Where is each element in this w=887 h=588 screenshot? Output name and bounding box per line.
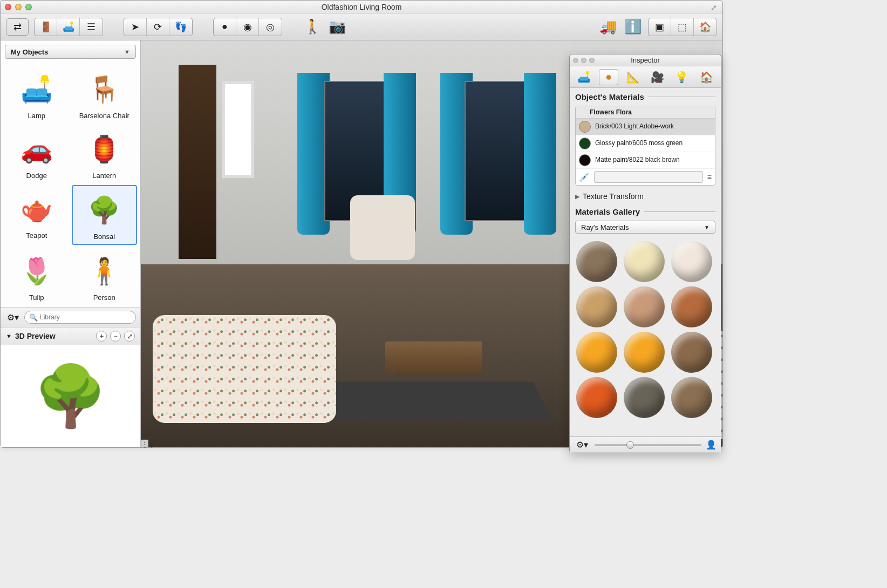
material-sphere[interactable] (671, 286, 712, 327)
material-sphere[interactable] (576, 377, 617, 418)
material-row[interactable]: Matte paint/8022 black brown (576, 152, 715, 169)
material-swatch-icon (579, 121, 591, 133)
object-label: Lantern (92, 172, 116, 180)
view-2d-button[interactable]: ▣ (649, 18, 671, 36)
toggle-sidebar-button[interactable] (6, 18, 29, 36)
material-sphere[interactable] (671, 241, 712, 282)
disclosure-triangle-icon[interactable]: ▼ (6, 333, 12, 339)
library-mode-group: 🚪 🛋️ ☰ (34, 18, 103, 36)
inspector-footer: ⚙︎▾ 👤 (570, 436, 721, 453)
material-row[interactable]: Brick/003 Light Adobe-work (576, 119, 715, 135)
chair-icon: 🪑 (80, 69, 128, 110)
material-sphere[interactable] (576, 241, 617, 282)
gallery-category-dropdown[interactable]: Ray's Materials ▼ (575, 221, 715, 234)
material-row[interactable]: Glossy paint/6005 moss green (576, 135, 715, 152)
import-3d-button[interactable]: 🚚 (598, 17, 618, 37)
search-input[interactable] (40, 313, 131, 321)
object-item-lamp[interactable]: 🛋️ Lamp (4, 65, 70, 123)
view-mode-group: ▣ ⬚ 🏠 (648, 18, 717, 36)
eyedropper-icon[interactable]: 💉 (579, 172, 590, 182)
view-3d-button[interactable]: 🏠 (694, 18, 717, 36)
object-item-dodge[interactable]: 🚗 Dodge (4, 125, 70, 183)
preview-viewport[interactable]: 🌳 (1, 345, 140, 447)
zoom-in-button[interactable]: ＋ (96, 331, 107, 341)
tab-building[interactable]: 🏠 (697, 69, 716, 85)
tab-measure[interactable]: 📐 (623, 69, 643, 85)
thumbnail-size-slider[interactable] (595, 444, 701, 446)
render-med-button[interactable]: ◉ (236, 18, 259, 36)
object-item-bonsai[interactable]: 🌳 Bonsai (72, 185, 138, 245)
inspector-panel: Inspector 🛋️ ● 📐 🎥 💡 🏠 Object's Material… (569, 54, 721, 453)
tab-camera[interactable]: 🎥 (648, 69, 667, 85)
info-button[interactable]: ℹ️ (623, 17, 643, 37)
lamp-icon: 🛋️ (12, 69, 61, 110)
dropdown-label: My Objects (11, 48, 48, 56)
material-swatch-icon (579, 154, 591, 166)
orbit-tool-button[interactable]: ⟳ (147, 18, 169, 36)
material-sphere[interactable] (624, 286, 665, 327)
material-sphere[interactable] (671, 332, 712, 373)
material-label: Matte paint/8022 black brown (595, 156, 680, 164)
coffee-table (385, 341, 482, 374)
inspector-tabs: 🛋️ ● 📐 🎥 💡 🏠 (570, 66, 721, 88)
bookshelf (179, 65, 216, 259)
list-menu-icon[interactable]: ≡ (707, 173, 712, 181)
armchair (350, 195, 415, 260)
texture-transform-label: Texture Transform (583, 192, 644, 201)
select-tools-group: ➤ ⟳ 👣 (124, 18, 193, 36)
library-list-button[interactable]: ☰ (80, 18, 103, 36)
gear-icon[interactable]: ⚙︎▾ (574, 439, 590, 451)
material-sphere[interactable] (576, 286, 617, 327)
material-sphere[interactable] (624, 332, 665, 373)
object-item-lantern[interactable]: 🏮 Lantern (72, 125, 138, 183)
sidebar-resize-handle[interactable]: ⋮⋮ (141, 440, 148, 447)
library-building-button[interactable]: 🚪 (35, 18, 57, 36)
zoom-out-button[interactable]: － (110, 331, 121, 341)
section-materials-gallery: Materials Gallery (575, 207, 715, 216)
object-item-teapot[interactable]: 🫖 Teapot (4, 185, 70, 245)
snapshot-button[interactable]: 📷 (327, 17, 347, 37)
library-search[interactable]: 🔍 (24, 311, 136, 324)
object-item-person[interactable]: 🧍 Person (72, 247, 138, 305)
tab-object[interactable]: 🛋️ (575, 69, 594, 85)
gear-icon[interactable]: ⚙︎▾ (5, 311, 21, 324)
object-label: Dodge (26, 172, 47, 180)
render-high-button[interactable]: ◎ (259, 18, 282, 36)
section-object-materials: Object's Materials (575, 92, 715, 101)
material-sphere[interactable] (671, 377, 712, 418)
materials-list: Flowers Flora Brick/003 Light Adobe-work… (575, 106, 715, 186)
walk-tool-button[interactable]: 👣 (169, 18, 192, 36)
select-tool-button[interactable]: ➤ (124, 18, 147, 36)
object-item-tulip[interactable]: 🌷 Tulip (4, 247, 70, 305)
eyedropper-row: 💉 ≡ (576, 169, 715, 185)
materials-gallery-grid (575, 238, 715, 421)
slider-knob[interactable] (626, 441, 634, 449)
material-sphere[interactable] (624, 377, 665, 418)
chevron-down-icon: ▼ (704, 224, 709, 230)
titlebar: Oldfashion Living Room ⤢ (1, 1, 722, 13)
person-icon: 🧍 (80, 250, 128, 291)
material-sphere[interactable] (624, 241, 665, 282)
toolbar: 🚪 🛋️ ☰ ➤ ⟳ 👣 ● ◉ ◎ 🚶 📷 🚚 ℹ️ ▣ ⬚ 🏠 (1, 13, 722, 40)
object-label: Tulip (29, 293, 44, 302)
chevron-down-icon: ▼ (124, 49, 130, 55)
render-low-button[interactable]: ● (214, 18, 236, 36)
tab-materials[interactable]: ● (599, 69, 618, 85)
texture-transform-disclosure[interactable]: ▶ Texture Transform (575, 190, 715, 203)
object-item-barselona-chair[interactable]: 🪑 Barselona Chair (72, 65, 138, 123)
tab-light[interactable]: 💡 (672, 69, 692, 85)
window-title: Oldfashion Living Room (1, 3, 722, 11)
inspector-titlebar: Inspector (570, 54, 721, 66)
library-furniture-button[interactable]: 🛋️ (57, 18, 80, 36)
material-sphere[interactable] (576, 332, 617, 373)
objects-category-dropdown[interactable]: My Objects ▼ (5, 45, 136, 59)
material-preview-box[interactable] (594, 171, 703, 183)
tulip-icon: 🌷 (12, 250, 61, 291)
user-icon[interactable]: 👤 (706, 440, 717, 450)
bonsai-icon: 🌳 (80, 189, 128, 230)
view-2d3d-button[interactable]: ⬚ (671, 18, 694, 36)
object-label: Barselona Chair (79, 112, 129, 120)
lantern-icon: 🏮 (80, 128, 128, 169)
zoom-fit-button[interactable]: ⤢ (124, 331, 135, 341)
walkthrough-button[interactable]: 🚶 (303, 17, 322, 37)
